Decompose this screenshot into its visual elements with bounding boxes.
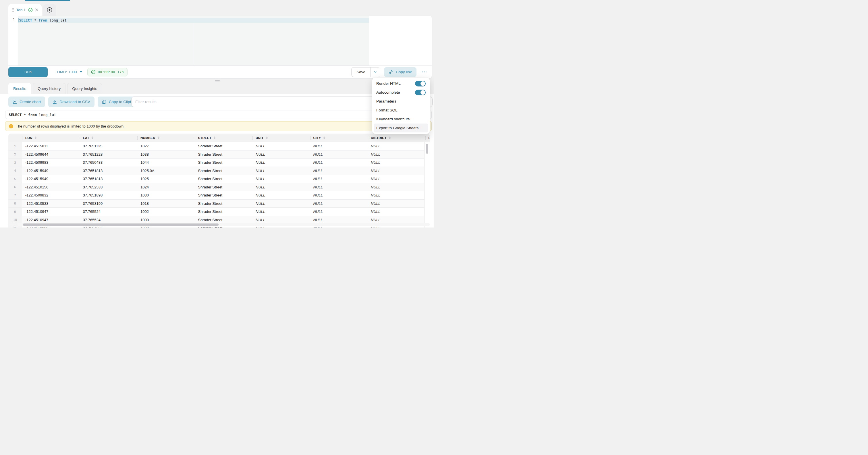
- cell-city[interactable]: NULL: [310, 167, 368, 175]
- cell-number[interactable]: 1027: [137, 142, 195, 150]
- cell-district[interactable]: NULL: [368, 175, 425, 183]
- cell-city[interactable]: NULL: [310, 191, 368, 199]
- tab-query-insights[interactable]: Query Insights: [67, 83, 102, 94]
- cell-lat[interactable]: 37.7651228: [80, 151, 137, 158]
- cell-unit[interactable]: NULL: [252, 216, 310, 224]
- cell-city[interactable]: NULL: [310, 142, 368, 150]
- save-button[interactable]: Save: [351, 67, 371, 77]
- cell-lon[interactable]: -122.4510947: [22, 216, 80, 224]
- cell-street[interactable]: Shrader Street: [195, 167, 253, 175]
- sort-icon[interactable]: [389, 136, 391, 139]
- menu-item-format-sql[interactable]: Format SQL: [374, 106, 428, 115]
- sort-icon[interactable]: [323, 136, 325, 139]
- cell-lat[interactable]: 37.765524: [80, 208, 137, 216]
- cell-lon[interactable]: -122.4510533: [22, 200, 80, 208]
- cell-district[interactable]: NULL: [368, 158, 425, 166]
- cell-unit[interactable]: NULL: [252, 191, 310, 199]
- table-row[interactable]: 6-122.451015637.76525331024Shrader Stree…: [8, 183, 430, 191]
- cell-unit[interactable]: NULL: [252, 151, 310, 158]
- sort-icon[interactable]: [214, 136, 215, 139]
- cell-street[interactable]: Shrader Street: [195, 216, 253, 224]
- sort-icon[interactable]: [266, 136, 268, 139]
- menu-item-parameters[interactable]: Parameters: [374, 97, 428, 106]
- cell-street[interactable]: Shrader Street: [195, 142, 253, 150]
- cell-city[interactable]: NULL: [310, 200, 368, 208]
- more-options-button[interactable]: [421, 70, 428, 74]
- cell-street[interactable]: Shrader Street: [195, 175, 253, 183]
- cell-lat[interactable]: 37.7650483: [80, 158, 137, 166]
- cell-street[interactable]: Shrader Street: [195, 191, 253, 199]
- cell-unit[interactable]: NULL: [252, 142, 310, 150]
- cell-street[interactable]: Shrader Street: [195, 151, 253, 158]
- cell-lat[interactable]: 37.7651813: [80, 167, 137, 175]
- column-header-street[interactable]: STREET: [195, 133, 253, 142]
- cell-city[interactable]: NULL: [310, 158, 368, 166]
- cell-number[interactable]: 1002: [137, 208, 195, 216]
- menu-item-export-to-google-sheets[interactable]: Export to Google Sheets: [374, 123, 428, 132]
- cell-lat[interactable]: 37.7652533: [80, 183, 137, 191]
- cell-number[interactable]: 1038: [137, 151, 195, 158]
- cell-lat[interactable]: 37.7651898: [80, 191, 137, 199]
- create-chart-button[interactable]: Create chart: [8, 96, 45, 107]
- table-row[interactable]: 3-122.450998337.76504831044Shrader Stree…: [8, 158, 430, 167]
- cell-lon[interactable]: -122.4515811: [22, 142, 80, 150]
- copy-link-button[interactable]: Copy link: [384, 67, 416, 77]
- cell-city[interactable]: NULL: [310, 216, 368, 224]
- cell-unit[interactable]: NULL: [252, 175, 310, 183]
- cell-lat[interactable]: 37.7651813: [80, 175, 137, 183]
- cell-lon[interactable]: -122.4515949: [22, 175, 80, 183]
- cell-district[interactable]: NULL: [368, 167, 425, 175]
- sort-icon[interactable]: [92, 136, 93, 139]
- cell-district[interactable]: NULL: [368, 208, 425, 216]
- cell-number[interactable]: 1030: [137, 191, 195, 199]
- autocomplete-toggle[interactable]: [415, 90, 426, 95]
- cell-number[interactable]: 1025.0A: [137, 167, 195, 175]
- cell-district[interactable]: NULL: [368, 142, 425, 150]
- table-row[interactable]: 5-122.451594937.76518131025Shrader Stree…: [8, 175, 430, 183]
- menu-item-autocomplete[interactable]: Autocomplete: [374, 88, 428, 97]
- cell-lat[interactable]: 37.7653199: [80, 200, 137, 208]
- cell-district[interactable]: NULL: [368, 183, 425, 191]
- menu-item-keyboard-shortcuts[interactable]: Keyboard shortcuts: [374, 115, 428, 123]
- download-csv-button[interactable]: Download to CSV: [48, 96, 94, 107]
- table-row[interactable]: 9-122.451094737.7655241002Shrader Street…: [8, 208, 430, 216]
- panel-resize-handle[interactable]: [215, 80, 220, 82]
- cell-lon[interactable]: -122.4509983: [22, 158, 80, 166]
- sort-icon[interactable]: [158, 136, 159, 139]
- cell-number[interactable]: 1000: [137, 216, 195, 224]
- tab-drag-handle-icon[interactable]: [12, 8, 14, 12]
- cell-city[interactable]: NULL: [310, 151, 368, 158]
- column-header-city[interactable]: CITY: [310, 133, 368, 142]
- cell-street[interactable]: Shrader Street: [195, 208, 253, 216]
- cell-unit[interactable]: NULL: [252, 183, 310, 191]
- cell-street[interactable]: Shrader Street: [195, 158, 253, 166]
- horizontal-scrollbar-thumb[interactable]: [23, 223, 219, 226]
- cell-lon[interactable]: -122.4510156: [22, 183, 80, 191]
- column-header-district[interactable]: DISTRICT: [368, 133, 425, 142]
- cell-lon[interactable]: -122.4510947: [22, 208, 80, 216]
- column-header-number[interactable]: NUMBER: [137, 133, 195, 142]
- cell-lon[interactable]: -122.4515949: [22, 167, 80, 175]
- column-header-lon[interactable]: LON: [22, 133, 80, 142]
- column-header-lat[interactable]: LAT: [80, 133, 137, 142]
- cell-unit[interactable]: NULL: [252, 208, 310, 216]
- cell-unit[interactable]: NULL: [252, 167, 310, 175]
- save-options-button[interactable]: [371, 67, 380, 77]
- tab-results[interactable]: Results: [8, 83, 31, 94]
- table-row[interactable]: 2-122.450964437.76512281038Shrader Stree…: [8, 151, 430, 159]
- cell-district[interactable]: NULL: [368, 191, 425, 199]
- cell-unit[interactable]: NULL: [252, 200, 310, 208]
- cell-city[interactable]: NULL: [310, 208, 368, 216]
- cell-district[interactable]: NULL: [368, 151, 425, 158]
- vertical-scrollbar[interactable]: [424, 142, 430, 228]
- vertical-scrollbar-thumb[interactable]: [426, 144, 428, 154]
- limit-dropdown[interactable]: LIMIT: 1000: [57, 70, 82, 74]
- new-tab-button[interactable]: [43, 4, 56, 16]
- cell-lon[interactable]: -122.4509644: [22, 151, 80, 158]
- cell-city[interactable]: NULL: [310, 175, 368, 183]
- cell-number[interactable]: 1018: [137, 200, 195, 208]
- render-html-toggle[interactable]: [415, 81, 426, 87]
- table-row[interactable]: 1-122.451581137.76511351027Shrader Stree…: [8, 142, 430, 151]
- sort-icon[interactable]: [35, 136, 36, 139]
- cell-lat[interactable]: 37.7651135: [80, 142, 137, 150]
